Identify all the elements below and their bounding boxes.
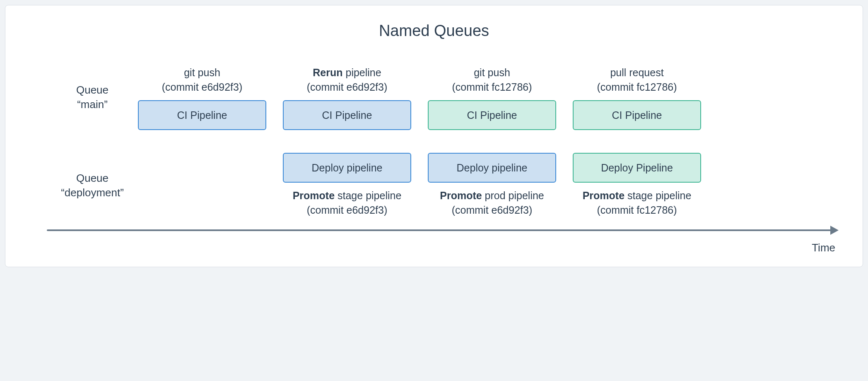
row-label-main-line2: “main” [77,98,108,111]
caption-commit: (commit e6d92f3) [162,80,243,94]
caption-bold: Rerun [313,67,342,78]
deployment-row-cells: Deploy pipelinePromote stage pipeline(co… [138,153,838,218]
ci-pipeline-box: CI Pipeline [283,100,411,130]
deployment-cell: Deploy pipelinePromote stage pipeline(co… [283,153,411,218]
empty-placeholder [138,153,266,183]
row-label-deployment: Queue “deployment” [47,171,138,200]
caption-text: stage pipeline [624,190,691,201]
caption-commit: (commit fc12786) [583,203,692,217]
deployment-cell-caption: Promote prod pipeline(commit e6d92f3) [440,188,544,218]
row-label-deployment-line1: Queue [76,172,108,184]
row-label-deployment-line2: “deployment” [61,186,124,199]
caption-commit: (commit e6d92f3) [440,203,544,217]
deployment-cell: Deploy PipelinePromote stage pipeline(co… [573,153,701,218]
caption-bold: Promote [440,190,482,201]
main-cell: git push(commit e6d92f3)CI Pipeline [138,65,266,130]
main-cell-caption: pull request(commit fc12786) [597,65,677,94]
main-cell-caption: git push(commit e6d92f3) [162,65,243,94]
axis-line [47,229,834,231]
main-cell-caption: Rerun pipeline(commit e6d92f3) [307,65,388,94]
caption-commit: (commit e6d92f3) [293,203,402,217]
deploy-pipeline-box: Deploy Pipeline [573,153,701,183]
caption-text: stage pipeline [335,190,401,201]
deployment-cell [138,153,266,218]
time-axis [47,227,838,234]
caption-text: prod pipeline [482,190,544,201]
ci-pipeline-box: CI Pipeline [428,100,556,130]
row-label-main: Queue “main” [47,83,138,112]
main-cell: Rerun pipeline(commit e6d92f3)CI Pipelin… [283,65,411,130]
ci-pipeline-box: CI Pipeline [138,100,266,130]
deployment-cell: Deploy pipelinePromote prod pipeline(com… [428,153,556,218]
main-cell: git push(commit fc12786)CI Pipeline [428,65,556,130]
caption-text: pipeline [343,67,381,78]
caption-commit: (commit fc12786) [597,80,677,94]
row-label-main-line1: Queue [76,84,108,96]
ci-pipeline-box: CI Pipeline [573,100,701,130]
main-cell-caption: git push(commit fc12786) [452,65,532,94]
queue-row-main: Queue “main” git push(commit e6d92f3)CI … [47,65,838,130]
main-row-cells: git push(commit e6d92f3)CI PipelineRerun… [138,65,838,130]
caption-text: pull request [610,67,663,78]
diagram-container: Named Queues Queue “main” git push(commi… [5,5,863,267]
caption-text: git push [474,67,510,78]
caption-commit: (commit fc12786) [452,80,532,94]
caption-bold: Promote [293,190,335,201]
caption-bold: Promote [583,190,624,201]
diagram-title: Named Queues [30,22,838,40]
deploy-pipeline-box: Deploy pipeline [283,153,411,183]
queue-row-deployment: Queue “deployment” Deploy pipelinePromot… [47,153,838,218]
deployment-cell-caption: Promote stage pipeline(commit e6d92f3) [293,188,402,218]
arrow-right-icon [830,226,839,235]
main-cell: pull request(commit fc12786)CI Pipeline [573,65,701,130]
rows-wrapper: Queue “main” git push(commit e6d92f3)CI … [30,65,838,218]
axis-wrapper: Time [30,227,838,254]
deploy-pipeline-box: Deploy pipeline [428,153,556,183]
deployment-cell-caption: Promote stage pipeline(commit fc12786) [583,188,692,218]
axis-label: Time [47,241,838,254]
caption-commit: (commit e6d92f3) [307,80,388,94]
caption-text: git push [184,67,220,78]
